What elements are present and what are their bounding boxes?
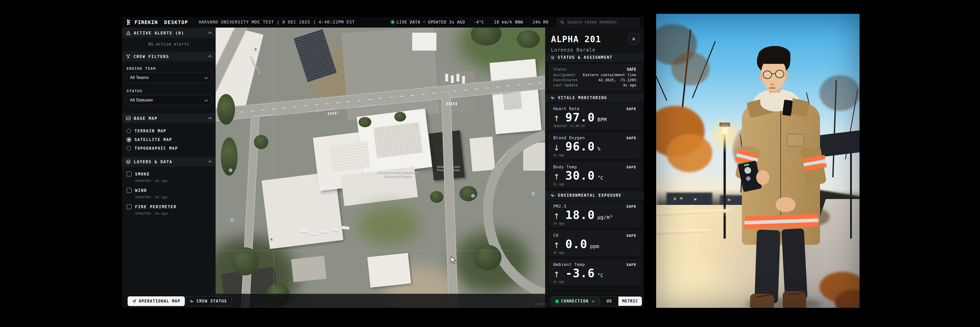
section-title: VITALS MONITORING [558, 96, 607, 100]
units-metric-button[interactable]: METRIC [618, 297, 642, 306]
crew-status-button[interactable]: CREW STATUS [185, 296, 232, 306]
units-toggle: US METRIC [600, 296, 642, 306]
env-unit: µg/m³ [597, 214, 613, 220]
vital-unit: BPM [597, 116, 607, 123]
env-meta: 3s ago [553, 251, 636, 254]
brand: FIREKIN DESKTOP [127, 19, 188, 25]
transit-marker[interactable] [531, 192, 535, 196]
weather-humidity: 24% RH [533, 20, 549, 24]
tree [473, 245, 501, 270]
row-value: 42.3625, -71.1265 [598, 78, 636, 82]
radio-satellite-map[interactable]: SATELLITE MAP [127, 136, 172, 143]
status-assignment-header: STATUS & ASSIGNMENT [546, 53, 644, 62]
radio-terrain-map[interactable]: TERRAIN MAP [127, 128, 166, 134]
row-value: Eastern containment line [583, 73, 636, 77]
button-label: CREW STATUS [197, 299, 227, 303]
units-us-button[interactable]: US [600, 297, 618, 306]
radio-icon [127, 146, 131, 151]
close-panel-button[interactable]: × [628, 33, 639, 45]
firekin-app-window: FIREKIN DESKTOP HARVARD UNIVERSITY MDE T… [122, 17, 644, 308]
tree [517, 30, 540, 48]
checkbox-fire-perimeter[interactable]: FIRE PERIMETER [127, 203, 177, 210]
row-label: Last Update [553, 83, 578, 87]
trend-up-icon: ↑ [553, 270, 560, 279]
bottom-bar: Leaflet | © Mapbox © OpenStreetMap OPERA… [122, 294, 644, 308]
separator: • [423, 20, 425, 24]
connection-button[interactable]: CONNECTION [551, 296, 600, 306]
vital-unit: °C [597, 175, 604, 181]
navigation-arrow-icon [132, 299, 136, 303]
truck [445, 74, 448, 81]
campus-label: Harvard University Science and Engineeri… [374, 171, 422, 178]
top-bar: FIREKIN DESKTOP HARVARD UNIVERSITY MDE T… [122, 17, 644, 27]
sec-courtyard-green [359, 206, 420, 245]
live-dot-icon [391, 21, 394, 24]
truck [300, 230, 307, 233]
building [412, 33, 436, 51]
road-rotterdam-loop [466, 120, 545, 308]
transit-marker[interactable] [254, 48, 257, 51]
radio-topographic-map[interactable]: TOPOGRAPHIC MAP [127, 145, 178, 152]
transit-marker[interactable] [231, 219, 234, 222]
status-dropdown[interactable]: All Statuses [126, 95, 212, 105]
section-base-map[interactable]: BASE MAP [122, 113, 216, 123]
satellite-map[interactable]: Media Archives And Preservation Center H… [216, 27, 545, 308]
gear-icon [550, 56, 555, 60]
chevron-up-icon [208, 32, 212, 35]
search-input[interactable] [567, 20, 636, 24]
photo-vignette [656, 14, 859, 308]
transit-marker[interactable] [229, 169, 232, 172]
vital-unit: % [597, 146, 600, 152]
layer-updated-text: UPDATED: 2m ago [135, 195, 168, 199]
building [367, 253, 411, 288]
radio-selected-icon [127, 137, 131, 142]
checkbox-icon [127, 171, 132, 177]
section-title: LAYERS & DATA [134, 160, 172, 164]
tree [430, 191, 443, 203]
status-badge: SAFE [626, 165, 636, 169]
status-badge: SAFE [626, 233, 636, 238]
transit-marker[interactable] [471, 194, 475, 198]
connection-dot-icon [555, 300, 558, 303]
radio-label: TOPOGRAPHIC MAP [135, 146, 178, 151]
map-gridline-vertical [274, 27, 274, 308]
sidebar: ACTIVE ALERTS (0) No active alerts CREW … [122, 27, 216, 308]
row-label: Assignment [553, 73, 576, 77]
status-card: StatusSAFE AssignmentEastern containment… [549, 64, 641, 90]
vital-value: 97.0 [565, 112, 595, 123]
chevron-down-icon [592, 300, 595, 303]
engine-team-dropdown[interactable]: All Teams [126, 73, 212, 83]
crew-detail-panel: ALPHA 201 Lorenzo Barale × STATUS & ASSI… [545, 27, 644, 308]
vital-meta: 3s ago [553, 153, 636, 157]
trend-up-icon: ↑ [553, 241, 560, 250]
no-alerts-text: No active alerts [122, 42, 216, 46]
vital-value: 30.0 [565, 170, 595, 181]
engine-team-value: All Teams [130, 75, 148, 80]
layer-updated-text: UPDATED: 2m ago [135, 212, 168, 215]
engine-team-label: ENGINE TEAM [127, 66, 156, 70]
section-active-alerts[interactable]: ACTIVE ALERTS (0) [122, 28, 216, 38]
radio-label: SATELLITE MAP [135, 137, 172, 142]
layer-updated-text: UPDATED: 2m ago [135, 179, 168, 183]
pulse-icon [189, 300, 194, 303]
crosswalk [328, 112, 338, 115]
section-crew-filters[interactable]: CREW FILTERS [122, 52, 216, 61]
vital-card-blood-oxygen: Blood OxygenSAFE ↓96.0% 3s ago [549, 133, 641, 158]
checkbox-wind[interactable]: WIND [127, 187, 147, 194]
search-box[interactable] [557, 18, 639, 27]
chevron-up-icon [208, 160, 212, 163]
tree [394, 112, 406, 121]
row-label: Coordinates [553, 78, 578, 82]
transit-marker[interactable] [270, 238, 273, 241]
environment-header: ENVIRONMENTAL EXPOSURE [546, 191, 644, 200]
alert-triangle-icon [126, 31, 130, 35]
section-layers-data[interactable]: LAYERS & DATA [122, 157, 216, 167]
weather-wind: 18 km/h NNW [494, 20, 523, 24]
tree [359, 117, 371, 127]
section-title: ACTIVE ALERTS (0) [134, 31, 184, 35]
operational-map-button[interactable]: OPERATIONAL MAP [127, 296, 185, 306]
status-badge: SAFE [626, 107, 636, 111]
sec-building-complex [310, 104, 450, 222]
checkbox-smoke[interactable]: SMOKE [127, 171, 150, 177]
vital-meta: Updated: 21:40:19 [553, 124, 636, 128]
